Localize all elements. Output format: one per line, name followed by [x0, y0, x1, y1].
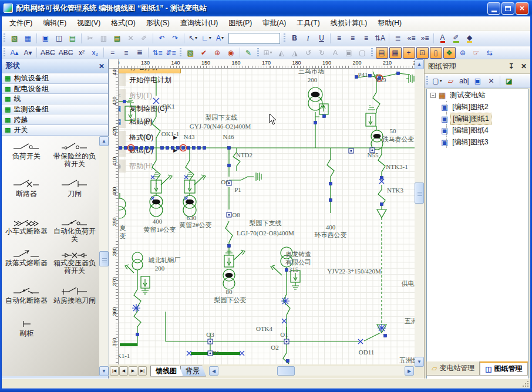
canvas-scroll-up-icon[interactable]: ▲	[415, 59, 424, 69]
export-drawing-button[interactable]: ◪	[503, 75, 515, 86]
connector-tool-button[interactable]: ∟	[200, 33, 213, 44]
format-painter-button[interactable]: ✐	[138, 33, 150, 44]
bring-front-button[interactable]: ▣	[343, 47, 355, 58]
panel-tab-drawings[interactable]: ◫图纸管理	[480, 361, 527, 376]
menu-item-help[interactable]: 帮助(H)	[372, 16, 407, 30]
menu-item-edit[interactable]: 编辑(E)	[38, 16, 72, 30]
toolbar-drag-handle[interactable]	[180, 48, 181, 58]
toolbar-drag-handle[interactable]	[257, 48, 259, 58]
menu-item-format[interactable]: 格式(O)	[106, 16, 140, 30]
last-page-button[interactable]: ▶|	[138, 366, 147, 376]
font-decrease-button[interactable]: A▾	[22, 47, 34, 58]
font-color-button[interactable]: A	[436, 33, 449, 44]
menu-item-view[interactable]: 视图(V)	[72, 16, 106, 30]
font-combo[interactable]	[228, 33, 280, 44]
open-book-button[interactable]: ◫	[53, 33, 65, 44]
font-increase-button[interactable]: A▴	[8, 47, 21, 58]
stencil-item-box-transformer-switch[interactable]: 箱式变压器负荷开关	[51, 250, 98, 275]
rename-drawing-button[interactable]: ab|	[458, 75, 470, 86]
minimize-button[interactable]	[487, 2, 500, 15]
fill-color-button[interactable]: ◆	[463, 33, 476, 44]
send-back-button[interactable]: ▢	[356, 47, 369, 58]
stencil-item-drop-fuse[interactable]: 跌落式熔断器	[3, 250, 50, 267]
italic-button[interactable]: I	[302, 33, 314, 44]
toolbar-drag-handle[interactable]	[284, 33, 285, 43]
align-shapes-button[interactable]: ⊞	[262, 47, 274, 58]
paste-button[interactable]: ▤	[111, 33, 123, 44]
shape-group-4[interactable]: ▦监测设备组	[2, 104, 108, 115]
canvas-hscroll-thumb[interactable]	[277, 366, 295, 376]
redo-button[interactable]: ↷	[169, 33, 181, 44]
page-tab-background[interactable]: 背景	[180, 366, 206, 377]
flip-vertical-button[interactable]: ◮	[289, 47, 301, 58]
delete-button[interactable]: ✕	[124, 33, 137, 44]
shape-group-1[interactable]: ▦构筑设备组	[2, 73, 108, 84]
text-tool-button[interactable]: A	[214, 33, 226, 44]
open-drawing-button[interactable]: ▱	[445, 75, 457, 86]
tree-item-4[interactable]: ▣[编辑]图纸3	[427, 136, 528, 148]
sheet-check-button[interactable]: ✔	[198, 47, 210, 58]
pan-window-toggle-button[interactable]: ❖	[443, 47, 456, 59]
canvas-horizontal-scrollbar[interactable]: ◀ ▶	[209, 366, 414, 376]
connector-arrows-button[interactable]: ⇆	[484, 47, 496, 58]
cut-button[interactable]: ✂	[84, 33, 96, 44]
pointer-tool-button[interactable]: ↖	[187, 33, 199, 44]
canvas-vscroll-thumb[interactable]	[415, 183, 424, 204]
canvas-vertical-scrollbar[interactable]: ▲ ▼	[415, 59, 424, 367]
next-page-button[interactable]: ▶	[129, 366, 137, 376]
line-single-button[interactable]: =	[106, 47, 119, 58]
stencil-item-auto-breaker[interactable]: 自动化断路器	[3, 286, 50, 305]
marquee-toggle-button[interactable]: ⊡	[416, 47, 429, 59]
prev-page-button[interactable]: ◀	[119, 366, 128, 376]
copy-drawing-button[interactable]: ▣	[472, 75, 484, 86]
tree-root-row[interactable]: −▦测试变电站	[427, 89, 528, 101]
page-break-toggle-button[interactable]: ▯	[430, 47, 442, 59]
tree-item-2[interactable]: ▣[编辑]图纸1	[427, 113, 528, 124]
menu-item-file[interactable]: 文件(F)	[4, 16, 38, 30]
double-strikethrough-button[interactable]: ABC	[58, 47, 75, 58]
stencil-scroll-up-icon[interactable]: ▲	[99, 136, 109, 146]
superscript-button[interactable]: x²	[75, 47, 87, 58]
flip-horizontal-button[interactable]: ◭	[275, 47, 288, 58]
font-size-shape-button[interactable]: A	[329, 47, 342, 58]
bold-button[interactable]: B	[288, 33, 301, 44]
properties-tool-button[interactable]: ☞	[470, 47, 483, 58]
stencil-item-load-switch[interactable]: 负荷开关	[3, 142, 50, 160]
tree-item-3[interactable]: ▣[编辑]图纸4	[427, 124, 528, 136]
stencil-scroll-thumb[interactable]	[99, 251, 109, 266]
highlight-color-button[interactable]: ✐	[450, 33, 462, 44]
guides-toggle-button[interactable]: +	[403, 47, 415, 59]
menu-item-shape[interactable]: 形状(S)	[141, 16, 175, 30]
menu-item-approve[interactable]: 审批(A)	[257, 16, 291, 30]
menu-item-drawing[interactable]: 图纸(P)	[223, 16, 257, 30]
canvas-scroll-down-icon[interactable]: ▼	[415, 357, 424, 367]
stencil-scrollbar[interactable]: ▲ ▼	[99, 136, 109, 376]
rotate-right-button[interactable]: ↻	[316, 47, 328, 58]
new-drawing-button[interactable]: ▢	[431, 75, 443, 86]
indent-button[interactable]: »≡	[419, 33, 431, 44]
bullets-button[interactable]: ≣	[392, 33, 404, 44]
panel-tab-substation[interactable]: ▱变电站管理	[426, 361, 480, 376]
print-button[interactable]: ▤	[66, 33, 79, 44]
diagram-view-button[interactable]: ▧	[184, 47, 197, 58]
spacing-decrease-button[interactable]: ⇵≡	[164, 47, 177, 58]
ruler-toggle-button[interactable]: ▤	[376, 47, 388, 59]
zoom-tool-button[interactable]: ⊕	[457, 47, 469, 58]
underline-button[interactable]: U	[315, 33, 328, 44]
shape-group-6[interactable]: ▦开关	[2, 125, 108, 136]
tree-expander-icon[interactable]: −	[430, 93, 436, 98]
line-triple-button[interactable]: ≣	[133, 47, 146, 58]
document-search-button[interactable]: ⊕	[211, 47, 224, 58]
pin-icon[interactable]: ↧	[509, 62, 514, 70]
menu-item-tools[interactable]: 工具(T)	[291, 16, 325, 30]
menu-item-line-loss[interactable]: 线损计算(L)	[325, 16, 373, 30]
stencil-scroll-down-icon[interactable]: ▼	[99, 366, 109, 376]
toolbar-drag-handle[interactable]	[4, 48, 5, 58]
shape-group-3[interactable]: ▦线	[2, 94, 108, 104]
toolbar-drag-handle[interactable]	[4, 33, 5, 43]
stencil-item-station-ground-knife[interactable]: 站房接地刀闸	[51, 286, 98, 305]
toolbar-drag-handle[interactable]	[371, 48, 373, 58]
new-diagram-button[interactable]: ▧	[8, 33, 21, 44]
strikethrough-button[interactable]: ABC	[39, 47, 56, 58]
copy-button[interactable]: ▥	[97, 33, 110, 44]
